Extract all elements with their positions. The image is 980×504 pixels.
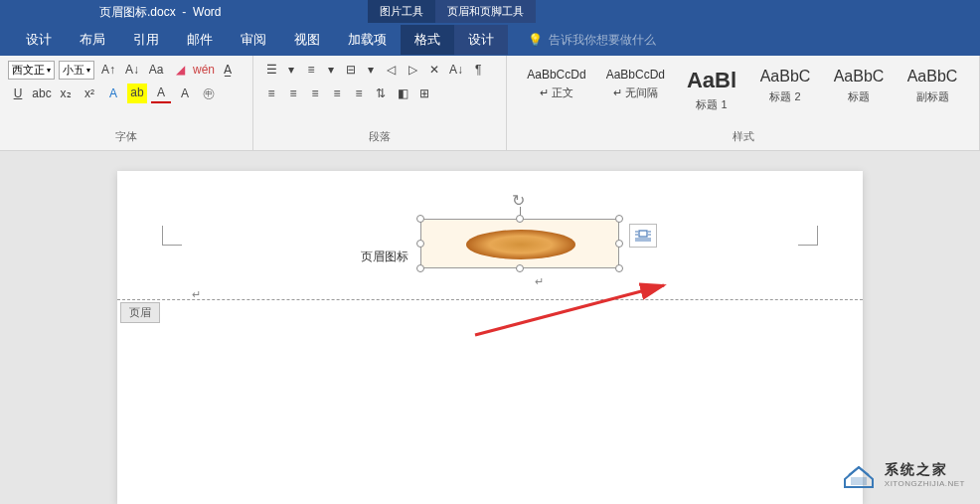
dropdown-icon[interactable]: ▾: [363, 60, 379, 80]
align-right-icon[interactable]: ≡: [305, 84, 325, 103]
font-size-combo[interactable]: 小五▾: [59, 61, 94, 80]
style-item-title[interactable]: AaBbC 标题: [824, 64, 894, 116]
dropdown-icon[interactable]: ▾: [283, 60, 299, 80]
underline-icon[interactable]: U: [8, 84, 28, 103]
decrease-font-icon[interactable]: A↓: [122, 60, 142, 80]
ribbon-tabs: 设计 布局 引用 邮件 审阅 视图 加载项 格式 设计 💡 告诉我你想要做什么: [0, 24, 980, 56]
ribbon-tab-review[interactable]: 审阅: [227, 25, 280, 55]
watermark-logo-icon: [841, 459, 877, 489]
resize-handle-tr[interactable]: [615, 215, 623, 223]
style-item-heading2[interactable]: AaBbC 标题 2: [750, 64, 820, 116]
ribbon-content: 西文正▾ 小五▾ A↑ A↓ Aa ◢ wén A̲ U abc x₂ x² A…: [0, 56, 980, 151]
margin-corner-tr: [798, 226, 818, 246]
highlight-icon[interactable]: ab: [127, 84, 147, 103]
character-shading-icon[interactable]: A: [175, 84, 195, 103]
dropdown-icon[interactable]: ▾: [323, 60, 339, 80]
resize-handle-ml[interactable]: [416, 240, 424, 248]
svg-rect-0: [639, 231, 647, 237]
sort-icon[interactable]: A↓: [446, 60, 466, 80]
ribbon-tab-hf-design[interactable]: 设计: [454, 25, 508, 55]
character-border-icon[interactable]: A̲: [218, 60, 238, 80]
shading-icon[interactable]: ◧: [393, 84, 412, 103]
header-tag-label: 页眉: [120, 302, 160, 323]
ribbon-tab-view[interactable]: 视图: [280, 25, 334, 55]
enclose-characters-icon[interactable]: ㊥: [199, 84, 219, 103]
change-case-icon[interactable]: Aa: [146, 60, 166, 80]
increase-indent-icon[interactable]: ▷: [403, 60, 422, 80]
strikethrough-icon[interactable]: abc: [32, 84, 52, 103]
borders-icon[interactable]: ⊞: [414, 84, 434, 103]
ribbon-tab-design[interactable]: 设计: [12, 25, 66, 55]
superscript-icon[interactable]: x²: [80, 84, 99, 103]
phonetic-guide-icon[interactable]: wén: [194, 60, 214, 80]
ribbon-tab-addins[interactable]: 加载项: [334, 25, 401, 55]
selection-box: [420, 219, 619, 268]
clear-formatting-icon[interactable]: ◢: [170, 60, 190, 80]
multilevel-list-icon[interactable]: ⊟: [341, 60, 361, 80]
line-spacing-icon[interactable]: ⇅: [371, 84, 391, 103]
tell-me-search[interactable]: 💡 告诉我你想要做什么: [528, 32, 656, 49]
ribbon-group-font: 西文正▾ 小五▾ A↑ A↓ Aa ◢ wén A̲ U abc x₂ x² A…: [0, 56, 253, 150]
lightbulb-icon: 💡: [528, 33, 543, 47]
paragraph-mark-icon: ↵: [192, 288, 201, 301]
style-item-normal[interactable]: AaBbCcDd ↵ 正文: [519, 64, 593, 116]
paragraph-mark-icon: ↵: [535, 275, 544, 288]
resize-handle-br[interactable]: [615, 264, 623, 272]
ribbon-tab-mailings[interactable]: 邮件: [173, 25, 227, 55]
style-item-heading1[interactable]: AaBl 标题 1: [677, 64, 746, 116]
font-color-icon[interactable]: A: [151, 84, 171, 103]
ribbon-tab-layout[interactable]: 布局: [66, 25, 119, 55]
page: 页眉图标 ↻ ↵ ↵: [117, 171, 863, 504]
align-left-icon[interactable]: ≡: [261, 84, 281, 103]
svg-rect-2: [851, 477, 867, 485]
justify-icon[interactable]: ≡: [327, 84, 347, 103]
header-area[interactable]: 页眉图标 ↻ ↵ ↵: [117, 171, 863, 300]
styles-group-label: 样式: [515, 127, 971, 146]
bullets-icon[interactable]: ☰: [261, 60, 281, 80]
style-item-subtitle[interactable]: AaBbC 副标题: [898, 64, 967, 116]
resize-handle-tm[interactable]: [516, 215, 524, 223]
ribbon-group-paragraph: ☰ ▾ ≡ ▾ ⊟ ▾ ◁ ▷ ✕ A↓ ¶ ≡ ≡ ≡ ≡ ≡ ⇅ ◧ ⊞: [253, 56, 507, 150]
context-tab-picture-tools: 图片工具: [368, 0, 435, 23]
watermark: 系统之家 XITONGZHIJIA.NET: [841, 459, 965, 489]
document-area[interactable]: 页眉图标 ↻ ↵ ↵: [0, 151, 980, 504]
increase-font-icon[interactable]: A↑: [98, 60, 118, 80]
margin-corner-tl: [162, 226, 182, 246]
layout-options-button[interactable]: [629, 224, 657, 248]
resize-handle-bl[interactable]: [416, 264, 424, 272]
resize-handle-tl[interactable]: [416, 215, 424, 223]
text-effects-icon[interactable]: A: [103, 84, 123, 103]
selected-image[interactable]: ↻: [420, 219, 619, 268]
align-center-icon[interactable]: ≡: [283, 84, 303, 103]
resize-handle-mr[interactable]: [615, 240, 623, 248]
asian-layout-icon[interactable]: ✕: [424, 60, 444, 80]
decrease-indent-icon[interactable]: ◁: [381, 60, 401, 80]
document-title: 页眉图标.docx - Word: [99, 4, 221, 21]
distributed-icon[interactable]: ≡: [349, 84, 369, 103]
paragraph-group-label: 段落: [261, 127, 498, 146]
title-bar: 页眉图标.docx - Word 图片工具 页眉和页脚工具: [0, 0, 980, 24]
ribbon-tab-format[interactable]: 格式: [401, 25, 454, 55]
font-group-label: 字体: [8, 127, 245, 146]
resize-handle-bm[interactable]: [516, 264, 524, 272]
show-hide-marks-icon[interactable]: ¶: [468, 60, 488, 80]
style-item-no-spacing[interactable]: AaBbCcDd ↵ 无间隔: [598, 64, 673, 116]
rotate-handle-icon[interactable]: ↻: [512, 191, 528, 207]
ribbon-group-styles: AaBbCcDd ↵ 正文 AaBbCcDd ↵ 无间隔 AaBl 标题 1 A…: [507, 56, 980, 150]
layout-options-icon: [634, 229, 652, 243]
watermark-cn: 系统之家: [885, 461, 965, 479]
header-text: 页眉图标: [361, 249, 408, 265]
context-tab-header-footer-tools: 页眉和页脚工具: [435, 0, 536, 23]
header-image: [466, 230, 575, 259]
subscript-icon[interactable]: x₂: [56, 84, 76, 103]
ribbon-tab-references[interactable]: 引用: [119, 25, 173, 55]
font-name-combo[interactable]: 西文正▾: [8, 61, 55, 80]
watermark-en: XITONGZHIJIA.NET: [885, 479, 965, 488]
numbering-icon[interactable]: ≡: [301, 60, 321, 80]
